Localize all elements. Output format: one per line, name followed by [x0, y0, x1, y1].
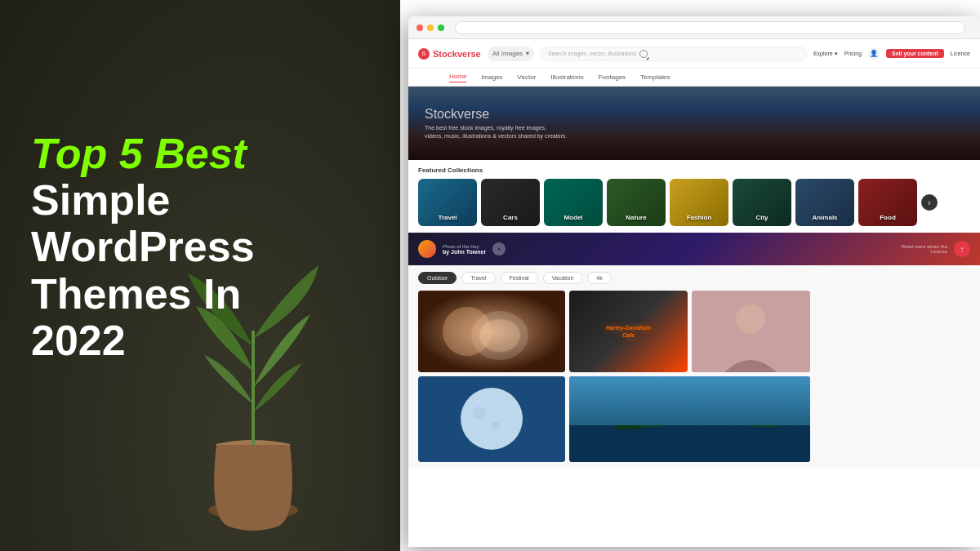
- chevron-down-icon-explore: ▾: [835, 51, 838, 57]
- photo-latte[interactable]: [418, 291, 565, 372]
- filter-travel[interactable]: Travel: [461, 272, 495, 284]
- svg-point-9: [467, 394, 516, 443]
- photo-day-info: Photo of the Day by John Towner: [443, 244, 486, 255]
- subnav-home[interactable]: Home: [449, 73, 466, 82]
- licence-link[interactable]: Licence: [951, 51, 970, 56]
- svg-point-4: [479, 319, 520, 352]
- hero-logo: Stockverse: [425, 107, 567, 122]
- filter-festival[interactable]: Festival: [501, 272, 538, 284]
- browser-address-bar[interactable]: [455, 21, 965, 34]
- site-subnav: Home Images Vector Illustrations Footage…: [408, 69, 980, 87]
- filter-outdoor[interactable]: Outdoor: [418, 272, 457, 284]
- title-green-text: Top 5 Best: [31, 131, 309, 177]
- photo-moon[interactable]: [418, 376, 565, 462]
- website-content: S Stockverse All Images ▾ Search images,…: [408, 39, 980, 547]
- pricing-button[interactable]: Pricing: [844, 51, 862, 56]
- photo-harley[interactable]: Harley-DavidsonCafe: [569, 291, 688, 372]
- collections-row: Travel Cars Model Nature Fashion: [418, 179, 970, 226]
- filter-tabs: Outdoor Travel Festival Vacation 4k: [418, 272, 970, 284]
- svg-point-10: [473, 407, 486, 420]
- logo-text: Stockverse: [433, 49, 481, 59]
- filter-vacation[interactable]: Vacation: [543, 272, 583, 284]
- collection-city[interactable]: City: [733, 179, 791, 226]
- hero-logo-verse: verse: [457, 107, 489, 121]
- subnav-templates[interactable]: Templates: [640, 73, 670, 81]
- collection-cars[interactable]: Cars: [481, 179, 540, 226]
- collection-travel[interactable]: Travel: [418, 179, 477, 226]
- hero-text-block: Stockverse The best free stock images, r…: [425, 107, 567, 140]
- title-white-text: SimpleWordPressThemes In2022: [31, 177, 309, 364]
- hero-subtitle: The best free stock images, royalty free…: [425, 124, 567, 140]
- svg-point-11: [492, 421, 500, 429]
- search-icon: [639, 50, 648, 58]
- chrome-maximize-dot[interactable]: [438, 24, 444, 31]
- filter-4k[interactable]: 4k: [587, 272, 611, 284]
- subnav-footages[interactable]: Footages: [599, 73, 626, 81]
- svg-rect-14: [569, 376, 810, 425]
- scroll-top-button[interactable]: ↑: [954, 241, 970, 257]
- svg-rect-13: [569, 425, 810, 462]
- logo-icon: S: [418, 48, 430, 60]
- chrome-close-dot[interactable]: [416, 24, 423, 31]
- photo-of-day-bar: Photo of the Day by John Towner · Read m…: [408, 233, 980, 265]
- browser-chrome: [408, 16, 980, 39]
- svg-point-6: [736, 304, 765, 334]
- collection-animals[interactable]: Animals: [795, 179, 854, 226]
- dot-indicator[interactable]: ·: [492, 242, 506, 256]
- search-field[interactable]: Search images, vector, illustrations: [541, 47, 807, 61]
- collection-food[interactable]: Food: [858, 179, 917, 226]
- photo-woman[interactable]: [692, 291, 810, 372]
- main-content-area: Outdoor Travel Festival Vacation 4k: [408, 265, 980, 469]
- subnav-images[interactable]: Images: [481, 73, 502, 81]
- photo-day-author: by John Towner: [443, 249, 486, 255]
- site-navbar: S Stockverse All Images ▾ Search images,…: [408, 39, 980, 69]
- subnav-illustrations[interactable]: Illustrations: [550, 73, 583, 81]
- photo-forest[interactable]: [569, 376, 810, 462]
- hero-section: Stockverse The best free stock images, r…: [408, 87, 980, 160]
- collection-fashion[interactable]: Fashion: [670, 179, 728, 226]
- all-images-pill[interactable]: All Images ▾: [488, 47, 534, 61]
- site-logo: S Stockverse: [418, 48, 481, 60]
- explore-button[interactable]: Explore ▾: [813, 51, 838, 57]
- collection-model[interactable]: Model: [544, 179, 603, 226]
- all-images-label: All Images: [492, 50, 523, 57]
- photo-grid: Harley-DavidsonCafe: [418, 291, 970, 462]
- licence-text: License: [930, 249, 947, 254]
- hero-logo-stock: Stock: [425, 107, 457, 121]
- collections-next-arrow[interactable]: ›: [921, 194, 938, 211]
- sell-content-button[interactable]: Sell your content: [886, 49, 944, 58]
- author-avatar: [418, 240, 436, 258]
- subnav-vector[interactable]: Vector: [518, 73, 537, 81]
- read-more-text: Read more about the License: [902, 244, 947, 254]
- search-placeholder: Search images, vector, illustrations: [548, 51, 636, 56]
- featured-title: Featured Collections: [418, 167, 970, 174]
- article-title: Top 5 Best SimpleWordPressThemes In2022: [31, 131, 309, 364]
- collection-nature[interactable]: Nature: [607, 179, 666, 226]
- browser-mockup: S Stockverse All Images ▾ Search images,…: [408, 16, 980, 547]
- chrome-minimize-dot[interactable]: [427, 24, 434, 31]
- chevron-down-icon: ▾: [526, 50, 529, 57]
- featured-collections-section: Featured Collections Travel Cars Model N…: [408, 160, 980, 233]
- user-avatar-icon[interactable]: 👤: [868, 48, 880, 60]
